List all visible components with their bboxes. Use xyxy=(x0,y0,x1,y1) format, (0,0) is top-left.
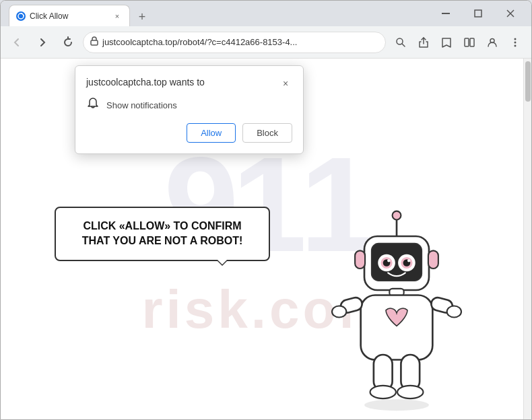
svg-point-39 xyxy=(397,386,423,398)
menu-icon-button[interactable] xyxy=(504,32,526,53)
minimize-button[interactable] xyxy=(430,1,461,26)
speech-text: CLICK «ALLOW» TO CONFIRM THAT YOU ARE NO… xyxy=(82,220,243,246)
title-bar: Click Allow × + xyxy=(1,1,531,26)
svg-rect-1 xyxy=(442,13,450,14)
lock-icon xyxy=(90,36,98,48)
address-bar[interactable]: justcoolcaptcha.top/robot4/?c=c4412a66-8… xyxy=(83,32,386,53)
robot-container xyxy=(316,204,477,419)
tab-bar: Click Allow × + xyxy=(6,1,428,26)
nav-right-icons xyxy=(390,32,526,53)
svg-line-7 xyxy=(402,44,405,46)
svg-point-27 xyxy=(407,259,410,262)
tab-title: Click Allow xyxy=(30,11,108,21)
svg-point-40 xyxy=(364,399,429,411)
robot-illustration xyxy=(316,204,477,419)
new-tab-button[interactable]: + xyxy=(133,7,152,26)
page-content: 911 risk.com justcoolcaptcha.top wants t… xyxy=(1,59,531,419)
back-button[interactable] xyxy=(6,32,28,53)
svg-rect-10 xyxy=(465,38,469,46)
forward-button[interactable] xyxy=(32,32,53,53)
svg-point-15 xyxy=(514,44,517,46)
svg-rect-28 xyxy=(355,250,365,269)
active-tab[interactable]: Click Allow × xyxy=(9,5,130,26)
popup-title: justcoolcaptcha.top wants to xyxy=(86,77,205,88)
svg-rect-2 xyxy=(475,10,481,17)
refresh-button[interactable] xyxy=(57,32,79,53)
svg-rect-11 xyxy=(470,38,474,46)
svg-point-35 xyxy=(447,306,461,317)
navigation-bar: justcoolcaptcha.top/robot4/?c=c4412a66-8… xyxy=(1,26,531,59)
svg-rect-31 xyxy=(361,295,433,359)
scrollbar-thumb[interactable] xyxy=(525,61,531,102)
svg-point-26 xyxy=(387,259,390,262)
notification-label: Show notifications xyxy=(106,100,177,110)
search-icon-button[interactable] xyxy=(390,32,411,53)
svg-marker-9 xyxy=(442,38,451,47)
share-icon-button[interactable] xyxy=(413,32,434,53)
svg-rect-5 xyxy=(91,40,98,45)
speech-bubble: CLICK «ALLOW» TO CONFIRM THAT YOU ARE NO… xyxy=(55,207,270,261)
popup-buttons: Allow Block xyxy=(86,123,292,143)
svg-point-17 xyxy=(393,211,401,220)
notification-popup: justcoolcaptcha.top wants to × Show noti… xyxy=(75,65,304,154)
browser-window: Click Allow × + xyxy=(0,0,532,420)
profile-icon-button[interactable] xyxy=(481,32,503,53)
svg-point-13 xyxy=(514,38,517,40)
popup-header: justcoolcaptcha.top wants to × xyxy=(86,77,292,90)
popup-notification-row: Show notifications xyxy=(86,97,292,114)
maximize-button[interactable] xyxy=(463,1,494,26)
close-button[interactable] xyxy=(495,1,526,26)
block-button[interactable]: Block xyxy=(242,123,292,143)
scrollbar[interactable] xyxy=(523,59,531,419)
allow-button[interactable]: Allow xyxy=(187,123,236,143)
svg-point-14 xyxy=(514,41,517,43)
svg-rect-29 xyxy=(428,250,438,269)
tab-close-button[interactable]: × xyxy=(112,11,123,22)
tab-favicon xyxy=(16,11,26,21)
bell-icon xyxy=(86,97,100,114)
svg-point-38 xyxy=(370,386,396,398)
window-controls xyxy=(430,1,526,26)
svg-point-33 xyxy=(332,306,346,317)
address-text: justcoolcaptcha.top/robot4/?c=c4412a66-8… xyxy=(102,37,378,47)
popup-close-button[interactable]: × xyxy=(279,77,292,90)
split-view-button[interactable] xyxy=(459,32,480,53)
bookmark-icon-button[interactable] xyxy=(436,32,457,53)
